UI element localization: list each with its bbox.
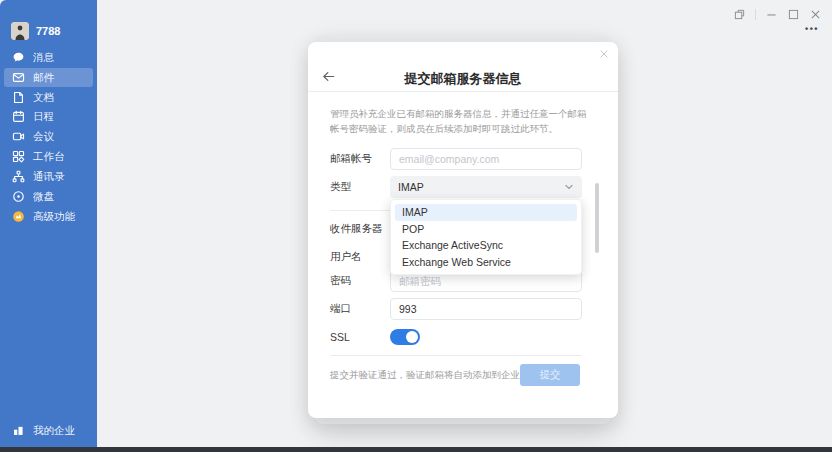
sidebar: 7788 消息 邮件 文档 日程 会议 工作台 通讯录 <box>0 0 97 447</box>
ssl-row: SSL <box>330 326 582 348</box>
sidebar-item-my-company[interactable]: 我的企业 <box>4 421 93 440</box>
dialog-title: 提交邮箱服务器信息 <box>348 70 578 88</box>
sidebar-item-label: 消息 <box>33 51 54 65</box>
avatar <box>11 22 29 40</box>
port-input[interactable] <box>390 298 582 320</box>
app-window: 7788 消息 邮件 文档 日程 会议 工作台 通讯录 <box>0 0 832 452</box>
submit-hint-text: 提交并验证通过，验证邮箱将自动添加到企业微信 <box>330 369 539 382</box>
username-label: 用户名 <box>330 250 390 264</box>
sidebar-item-meetings[interactable]: 会议 <box>4 127 93 146</box>
premium-icon <box>12 210 25 223</box>
calendar-icon <box>12 110 25 123</box>
sidebar-item-mail[interactable]: 邮件 <box>4 68 93 87</box>
password-label: 密码 <box>330 274 390 288</box>
sidebar-item-calendar[interactable]: 日程 <box>4 107 93 126</box>
port-row: 端口 <box>330 298 582 320</box>
sidebar-item-premium[interactable]: 高级功能 <box>4 207 93 226</box>
window-controls <box>733 8 822 21</box>
footer-divider <box>330 355 582 356</box>
contacts-icon <box>12 170 25 183</box>
ssl-toggle-knob <box>406 331 418 343</box>
sidebar-item-label: 通讯录 <box>33 170 65 184</box>
sidebar-item-label: 文档 <box>33 91 54 105</box>
window-bottom-edge <box>0 447 832 452</box>
dropdown-option-exchange-web-service[interactable]: Exchange Web Service <box>395 254 577 271</box>
minimize-icon[interactable] <box>765 8 778 21</box>
user-profile[interactable]: 7788 <box>11 22 60 40</box>
drive-icon <box>12 190 25 203</box>
submit-mail-server-dialog: 提交邮箱服务器信息 管理员补充企业已有邮箱的服务器信息，并通过任意一个邮箱帐号密… <box>308 42 618 418</box>
submit-button[interactable]: 提交 <box>520 364 580 386</box>
more-options-button[interactable]: ••• <box>805 24 819 34</box>
dropdown-option-imap[interactable]: IMAP <box>395 204 577 221</box>
email-account-input[interactable] <box>390 148 582 170</box>
incoming-server-label: 收件服务器 <box>330 222 390 236</box>
dialog-header: 提交邮箱服务器信息 <box>308 42 618 92</box>
email-account-label: 邮箱帐号 <box>330 152 390 166</box>
sidebar-item-label: 高级功能 <box>33 210 75 224</box>
sidebar-item-label: 日程 <box>33 110 54 124</box>
port-label: 端口 <box>330 302 390 316</box>
sidebar-item-drive[interactable]: 微盘 <box>4 187 93 206</box>
user-name: 7788 <box>36 25 60 37</box>
sidebar-item-messages[interactable]: 消息 <box>4 48 93 67</box>
type-select-value: IMAP <box>398 181 424 193</box>
window-close-icon[interactable] <box>809 8 822 21</box>
dialog-description: 管理员补充企业已有邮箱的服务器信息，并通过任意一个邮箱帐号密码验证，则成员在后续… <box>330 106 588 136</box>
building-icon <box>12 424 25 437</box>
meeting-icon <box>12 130 25 143</box>
window-controls-separator <box>755 9 756 20</box>
chevron-down-icon <box>564 182 574 192</box>
modal-scrollbar[interactable] <box>595 183 599 253</box>
sidebar-item-label: 邮件 <box>33 71 54 85</box>
chat-icon <box>12 51 25 64</box>
sidebar-item-documents[interactable]: 文档 <box>4 88 93 107</box>
type-dropdown-menu: IMAP POP Exchange ActiveSync Exchange We… <box>390 199 582 275</box>
ssl-label: SSL <box>330 331 390 343</box>
sidebar-item-label: 微盘 <box>33 190 54 204</box>
type-row: 类型 IMAP <box>330 176 582 198</box>
sidebar-item-label: 我的企业 <box>33 424 75 438</box>
ssl-toggle[interactable] <box>390 329 420 345</box>
workspace-icon <box>12 150 25 163</box>
mail-icon <box>12 71 25 84</box>
sidebar-item-label: 工作台 <box>33 150 65 164</box>
document-icon <box>12 91 25 104</box>
type-select[interactable]: IMAP <box>390 176 582 198</box>
maximize-icon[interactable] <box>787 8 800 21</box>
dropdown-option-pop[interactable]: POP <box>395 221 577 238</box>
type-label: 类型 <box>330 180 390 194</box>
restore-icon[interactable] <box>733 8 746 21</box>
sidebar-item-workspace[interactable]: 工作台 <box>4 147 93 166</box>
email-account-row: 邮箱帐号 <box>330 148 582 170</box>
dropdown-option-exchange-activesync[interactable]: Exchange ActiveSync <box>395 237 577 254</box>
back-arrow-icon[interactable] <box>321 69 336 84</box>
sidebar-item-contacts[interactable]: 通讯录 <box>4 167 93 186</box>
sidebar-item-label: 会议 <box>33 130 54 144</box>
